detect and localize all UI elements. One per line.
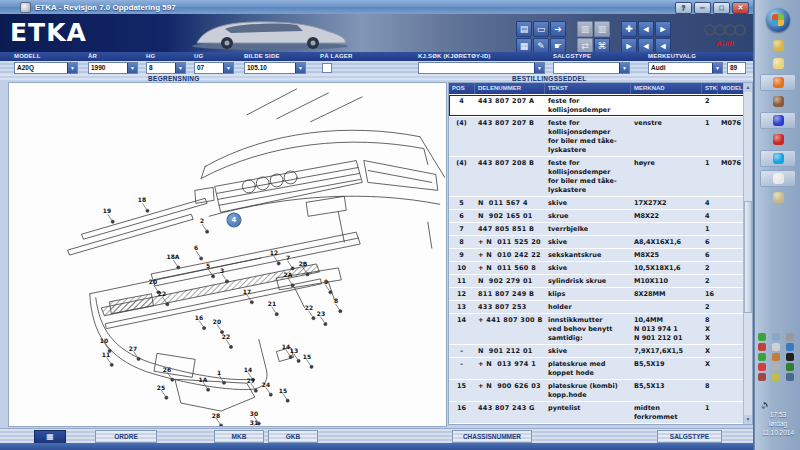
scroll-down-icon[interactable]: ▼: [744, 415, 752, 424]
tray-icon[interactable]: [786, 373, 794, 381]
table-row[interactable]: -+ N 013 974 1plateskrue med koppet hode…: [449, 358, 745, 379]
tray-icon[interactable]: [758, 373, 766, 381]
callout-27[interactable]: 27: [247, 378, 255, 384]
bilde-side-combo[interactable]: 105.10▼: [244, 62, 306, 74]
table-scrollbar[interactable]: ▲ ▼: [743, 83, 752, 424]
callout-18[interactable]: 18: [138, 197, 146, 203]
chevron-down-icon[interactable]: ▼: [712, 63, 722, 73]
table-row[interactable]: 6N 902 165 01skrueM8X224: [449, 210, 745, 222]
callout-2A[interactable]: 2A: [284, 272, 293, 278]
callout-11[interactable]: 11: [102, 352, 110, 358]
callout-3[interactable]: 3: [220, 268, 224, 274]
callout-22[interactable]: 22: [222, 334, 230, 340]
callout-17[interactable]: 17: [243, 289, 251, 295]
callout-23[interactable]: 23: [317, 311, 325, 317]
callout-28[interactable]: 28: [212, 413, 220, 419]
ug-combo[interactable]: 07▼: [194, 62, 234, 74]
transfer-icon[interactable]: ⇄: [577, 38, 593, 52]
callout-22[interactable]: 22: [158, 291, 166, 297]
table-row[interactable]: -N 901 212 01skive7,9X17,6X1,5X: [449, 345, 745, 357]
table-row[interactable]: (4)443 807 207 Bfeste for kollisjonsdemp…: [449, 117, 745, 156]
callout-10[interactable]: 10: [100, 338, 108, 344]
volume-icon[interactable]: 🔊: [761, 400, 771, 409]
chassisnummer-button[interactable]: CHASSISNUMMER: [452, 430, 532, 443]
hand-pointer-icon[interactable]: ☛: [550, 38, 566, 52]
callout-24[interactable]: 24: [262, 382, 270, 388]
callout-31[interactable]: 31: [250, 420, 258, 426]
skype-icon[interactable]: [760, 150, 796, 167]
cart-icon[interactable]: ⌘: [594, 38, 610, 52]
close-button[interactable]: ✕: [732, 2, 749, 14]
chevron-down-icon[interactable]: ▼: [223, 63, 233, 73]
callout-22[interactable]: 22: [305, 305, 313, 311]
chevron-down-icon[interactable]: ▼: [127, 63, 137, 73]
callout-15[interactable]: 15: [279, 388, 287, 394]
help-button[interactable]: ?: [675, 2, 692, 14]
callout-12[interactable]: 12: [270, 250, 278, 256]
callout-19[interactable]: 19: [103, 208, 111, 214]
table-row[interactable]: 9+ N 010 242 22sekskantskrueM8X256: [449, 249, 745, 261]
tray-icon[interactable]: [772, 343, 780, 351]
tray-icon[interactable]: [786, 363, 794, 371]
callout-16[interactable]: 16: [195, 315, 203, 321]
table-row[interactable]: 8+ N 011 525 20skiveA8,4X16X1,66: [449, 236, 745, 248]
firefox-icon[interactable]: [760, 74, 796, 91]
tray-icon[interactable]: [786, 343, 794, 351]
callout-15[interactable]: 15: [303, 354, 311, 360]
tray-icon[interactable]: [772, 363, 780, 371]
table-row[interactable]: 14+ 441 807 300 Binnstikkmutterved behov…: [449, 314, 745, 344]
tray-icon[interactable]: [772, 373, 780, 381]
callout-20[interactable]: 20: [213, 319, 221, 325]
flash-app-icon[interactable]: [761, 132, 795, 147]
salgstype-combo[interactable]: ▼: [553, 62, 630, 74]
table-row[interactable]: 4443 807 207 Afeste for kollisjonsdemper…: [449, 95, 745, 116]
chevron-down-icon[interactable]: ▼: [295, 63, 305, 73]
start-button[interactable]: [766, 8, 790, 32]
table-row[interactable]: 11N 902 279 01sylindrisk skrueM10X1102: [449, 275, 745, 287]
ordre-button[interactable]: ORDRE: [95, 430, 157, 443]
callout-4[interactable]: 4: [227, 213, 242, 228]
parts-list-icon[interactable]: ▦: [516, 38, 532, 52]
table-row[interactable]: 5N 011 567 4skive17X27X24: [449, 197, 745, 209]
hg-combo[interactable]: 8▼: [146, 62, 186, 74]
maximize-button[interactable]: □: [713, 2, 730, 14]
tray-icon[interactable]: [786, 353, 794, 361]
callout-13[interactable]: 13: [290, 348, 298, 354]
callout-6[interactable]: 6: [194, 245, 198, 251]
tray-icon[interactable]: [758, 333, 766, 341]
callout-8[interactable]: 8: [334, 298, 338, 304]
title-bar[interactable]: ETKA - Revisjon 7.0 Oppdatering 597 ? ─ …: [0, 0, 753, 14]
callout-18A[interactable]: 18A: [167, 254, 180, 260]
nav-back-icon[interactable]: ◄: [638, 38, 654, 52]
tray-icon[interactable]: [758, 363, 766, 371]
tray-icon[interactable]: [772, 333, 780, 341]
screens-icon[interactable]: ▥: [577, 21, 593, 37]
callout-14[interactable]: 14: [244, 367, 252, 373]
callout-2[interactable]: 2: [200, 218, 204, 224]
pa-lager-checkbox[interactable]: [322, 63, 332, 73]
chevron-down-icon[interactable]: ▼: [619, 63, 629, 73]
tray-icon[interactable]: [786, 333, 794, 341]
tray-icon[interactable]: [758, 343, 766, 351]
devices-icon[interactable]: ▥: [594, 21, 610, 37]
tray-icon[interactable]: [772, 353, 780, 361]
table-row[interactable]: 13433 807 253holder2: [449, 301, 745, 313]
scrollbar-thumb[interactable]: [744, 201, 752, 313]
table-row[interactable]: 15+ N 900 626 03plateskrue (kombi) kopp.…: [449, 380, 745, 401]
nav-forward-icon[interactable]: ◄: [655, 38, 671, 52]
callout-1[interactable]: 1: [217, 370, 221, 376]
tray-icon[interactable]: [758, 353, 766, 361]
table-row[interactable]: 16443 807 243 Gpyntelistmidtenforkrommet…: [449, 402, 745, 423]
minimize-button[interactable]: ─: [694, 2, 711, 14]
callout-25[interactable]: 25: [157, 385, 165, 391]
callout-27[interactable]: 27: [129, 346, 137, 352]
display-icon[interactable]: ▭: [533, 21, 549, 37]
notes-app-icon[interactable]: [760, 170, 796, 187]
callout-26[interactable]: 26: [163, 367, 171, 373]
merkeutvalg-combo[interactable]: Audi▼: [648, 62, 723, 74]
printer-icon[interactable]: ▤: [516, 21, 532, 37]
pinned-app-icon[interactable]: [761, 190, 795, 205]
quick-launch-icon[interactable]: [761, 38, 795, 53]
chevron-down-icon[interactable]: ▼: [175, 63, 185, 73]
chevron-down-icon[interactable]: ▼: [67, 63, 77, 73]
